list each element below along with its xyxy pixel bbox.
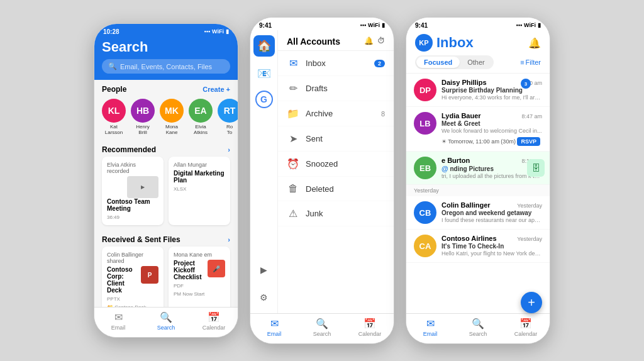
nav-calendar-accounts[interactable]: 📅 Calendar <box>346 318 394 337</box>
archive-action-burton[interactable]: 🗄 <box>527 159 545 177</box>
accounts-title: All Accounts <box>287 36 340 47</box>
sidebar-home[interactable]: 🏠 <box>253 35 275 57</box>
sidebar-office[interactable]: 📧 <box>253 63 275 84</box>
bottom-nav-accounts: ✉ Email 🔍 Search 📅 Calendar <box>250 313 394 343</box>
nav-search[interactable]: 🔍 Search <box>142 311 190 331</box>
email-top-lydia: Lydia Bauer 8:47 am <box>441 112 542 119</box>
rec-thumbnail-meeting: ▶ <box>127 176 158 198</box>
compose-fab[interactable]: + <box>521 292 542 313</box>
rec-user-digital: Allan Mungar <box>174 162 225 168</box>
search-placeholder: Email, Events, Contacts, Files <box>120 63 212 70</box>
person-name-elvia: ElviaAtkins <box>194 124 208 135</box>
nav-email-inbox[interactable]: ✉ Email <box>406 318 454 337</box>
tab-other[interactable]: Other <box>460 57 492 68</box>
email-item-colin[interactable]: CB Colin Ballinger Yesterday Oregon and … <box>406 196 550 230</box>
filter-icon: ≡ <box>520 58 524 66</box>
email-nav-icon: ✉ <box>114 311 123 323</box>
file-card-deck[interactable]: Colin Ballinger shared P Contoso Corp: C… <box>102 247 164 307</box>
subject-colin: Oregon and weekend getaway <box>441 209 542 216</box>
sender-daisy: Daisy Phillips <box>441 79 487 86</box>
tab-focused[interactable]: Focused <box>416 57 460 68</box>
inbox-title: Inbox <box>436 35 474 51</box>
menu-item-snoozed[interactable]: ⏰ Snoozed <box>278 152 394 177</box>
create-button[interactable]: Create + <box>203 86 230 93</box>
filter-button[interactable]: ≡ Filter <box>520 58 541 66</box>
calendar-nav-icon-inbox: 📅 <box>519 318 532 330</box>
people-row: KL KatLarsson HB HenryBrill MK MonaKane … <box>94 96 238 140</box>
deleted-menu-icon: 🗑 <box>287 183 299 194</box>
person-henry[interactable]: HB HenryBrill <box>131 99 155 135</box>
archive-menu-icon: 📁 <box>287 108 299 119</box>
search-bar[interactable]: 🔍 Email, Events, Contacts, Files <box>102 59 230 74</box>
people-section-header: People Create + <box>94 80 238 96</box>
rsvp-badge[interactable]: RSVP <box>517 137 540 146</box>
rec-user-meeting: Elvia Atkins recorded <box>107 162 158 174</box>
email-nav-icon-accounts: ✉ <box>270 318 279 330</box>
menu-item-sent[interactable]: ➤ Sent <box>278 126 394 152</box>
nav-calendar-inbox[interactable]: 📅 Calendar <box>502 318 550 337</box>
drafts-menu-label: Drafts <box>306 84 328 93</box>
nav-email[interactable]: ✉ Email <box>94 311 142 331</box>
avatar-henry: HB <box>131 99 155 123</box>
reminder-icon: ☀ Tomorrow, 11:00 am (30m) <box>441 138 516 145</box>
menu-item-inbox[interactable]: ✉ Inbox 2 <box>278 51 394 76</box>
status-time-inbox: 9:41 <box>415 22 428 29</box>
nav-search-accounts[interactable]: 🔍 Search <box>298 318 346 337</box>
email-content-colin: Colin Ballinger Yesterday Oregon and wee… <box>441 201 542 224</box>
email-item-lydia[interactable]: LB Lydia Bauer 8:47 am Meet & Greet We l… <box>406 107 550 152</box>
status-icons: ▪▪▪ WiFi ▮ <box>204 28 230 35</box>
email-item-burton[interactable]: EB e Burton 8:13 am @ nding Pictures tri… <box>406 152 550 185</box>
sidebar-play[interactable]: ▶ <box>253 259 275 280</box>
avatar-kat: KL <box>102 99 126 123</box>
file-card-checklist[interactable]: Mona Kane em 🎤 Project Kickoff Checklist… <box>169 247 230 307</box>
preview-daisy: Hi everyone, 4:30 works for me, I'll arr… <box>441 94 542 101</box>
preview-contoso: Hello Katri, your flight to New York dep… <box>441 250 542 257</box>
sidebar-google[interactable]: G <box>255 91 273 108</box>
status-time-accounts: 9:41 <box>259 22 272 29</box>
rec-card-meeting[interactable]: Elvia Atkins recorded ▶ Contoso Team Mee… <box>102 157 164 225</box>
people-label: People <box>102 85 126 94</box>
phone-accounts: 9:41 ▪▪▪ WiFi ▮ 🏠 📧 G ▶ ⚙ All Accounts ⏱ <box>250 17 394 344</box>
person-name-ro: RoTo <box>226 124 233 135</box>
person-ro[interactable]: RT RoTo <box>218 99 238 135</box>
nav-calendar[interactable]: 📅 Calendar <box>190 311 238 331</box>
rec-card-digital[interactable]: Allan Mungar Digital Marketing Plan XLSX <box>169 157 230 225</box>
avatar-ro: RT <box>218 99 238 123</box>
files-section-header: Received & Sent Files › <box>94 230 238 247</box>
phone-search: 10:28 ▪▪▪ WiFi ▮ Search 🔍 Email, Events,… <box>94 23 238 338</box>
accounts-list: All Accounts ⏱ 🔔 ✉ Inbox 2 ✏ Drafts 📁 Ar… <box>278 30 394 313</box>
email-item-contoso[interactable]: CA Contoso Airlines Yesterday It's Time … <box>406 230 550 263</box>
nav-email-accounts[interactable]: ✉ Email <box>250 318 298 337</box>
person-elvia[interactable]: EA ElviaAtkins <box>189 99 213 135</box>
nav-search-inbox[interactable]: 🔍 Search <box>454 318 502 337</box>
email-top-contoso: Contoso Airlines Yesterday <box>441 235 542 242</box>
deleted-menu-label: Deleted <box>306 184 334 194</box>
sidebar-settings[interactable]: ⚙ <box>253 287 275 308</box>
person-name-kat: KatLarsson <box>105 124 123 135</box>
recommended-section-header: Recommended › <box>94 140 238 157</box>
email-content-lydia: Lydia Bauer 8:47 am Meet & Greet We look… <box>441 112 542 146</box>
battery-icon-inbox: ▮ <box>538 22 541 28</box>
menu-item-junk[interactable]: ⚠ Junk <box>278 201 394 226</box>
inbox-avatar: KP <box>415 34 433 52</box>
wifi-icon-inbox: WiFi <box>524 22 536 28</box>
signal-icon-inbox: ▪▪▪ <box>516 22 523 28</box>
sender-burton: e Burton <box>441 157 470 164</box>
email-item-daisy[interactable]: DP Daisy Phillips 9:30 am Surprise Birth… <box>406 74 550 107</box>
sender-colin: Colin Ballinger <box>441 201 491 209</box>
person-mona[interactable]: MK MonaKane <box>160 99 184 135</box>
menu-item-drafts[interactable]: ✏ Drafts <box>278 76 394 101</box>
calendar-nav-icon: 📅 <box>208 311 220 323</box>
calendar-nav-icon-accounts: 📅 <box>364 318 376 330</box>
menu-item-deleted[interactable]: 🗑 Deleted <box>278 177 394 201</box>
snoozed-menu-icon: ⏰ <box>287 158 299 170</box>
avatar-daisy: DP <box>414 79 436 101</box>
menu-item-archive[interactable]: 📁 Archive 8 <box>278 101 394 126</box>
accounts-body: 🏠 📧 G ▶ ⚙ All Accounts ⏱ 🔔 ✉ Inbox 2 <box>250 30 394 313</box>
recommended-row: Elvia Atkins recorded ▶ Contoso Team Mee… <box>94 157 238 230</box>
person-kat[interactable]: KL KatLarsson <box>102 99 126 135</box>
file-icon-pdf: 🎤 <box>208 260 225 277</box>
archive-menu-label: Archive <box>306 109 333 118</box>
avatar-mona: MK <box>160 99 184 123</box>
sender-lydia: Lydia Bauer <box>441 112 481 119</box>
